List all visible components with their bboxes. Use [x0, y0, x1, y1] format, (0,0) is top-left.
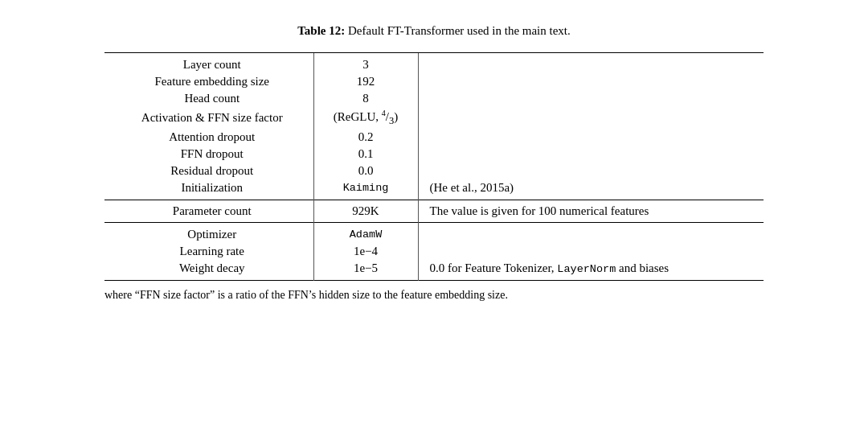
- row-note: [418, 129, 764, 146]
- table-row: Attention dropout 0.2: [104, 129, 764, 146]
- table-caption: Table 12: Default FT-Transformer used in…: [297, 24, 571, 38]
- row-note: [418, 163, 764, 179]
- row-label: Head count: [104, 90, 313, 107]
- row-value: 192: [313, 73, 418, 90]
- row-value: 0.2: [313, 129, 418, 146]
- row-value: 1e−4: [313, 243, 418, 260]
- row-note: [418, 53, 764, 73]
- row-note: [418, 73, 764, 90]
- row-label: Learning rate: [104, 243, 313, 260]
- row-note: 0.0 for Feature Tokenizer, LayerNorm and…: [418, 260, 764, 281]
- table-row: Residual dropout 0.0: [104, 163, 764, 179]
- main-table: Layer count 3 Feature embedding size 192…: [104, 52, 764, 281]
- caption-prefix: Table 12:: [297, 24, 345, 37]
- row-note: The value is given for 100 numerical fea…: [418, 200, 764, 223]
- footnote-text: where “FFN size factor” is a ratio of th…: [104, 289, 508, 301]
- table-row: Initialization Kaiming (He et al., 2015a…: [104, 179, 764, 200]
- table-row: Activation & FFN size factor (ReGLU, 4/3…: [104, 107, 764, 129]
- row-label: Feature embedding size: [104, 73, 313, 90]
- caption-text: Default FT-Transformer used in the main …: [348, 24, 571, 37]
- table-row: Weight decay 1e−5 0.0 for Feature Tokeni…: [104, 260, 764, 281]
- row-note: (He et al., 2015a): [418, 179, 764, 200]
- row-label: Initialization: [104, 179, 313, 200]
- row-label: Parameter count: [104, 200, 313, 223]
- row-label: Optimizer: [104, 223, 313, 243]
- row-note: [418, 107, 764, 129]
- row-note: [418, 90, 764, 107]
- row-note: [418, 243, 764, 260]
- row-value: 0.1: [313, 146, 418, 163]
- table-row: Learning rate 1e−4: [104, 243, 764, 260]
- table-row: FFN dropout 0.1: [104, 146, 764, 163]
- row-value: 8: [313, 90, 418, 107]
- row-value: 0.0: [313, 163, 418, 179]
- row-label: Residual dropout: [104, 163, 313, 179]
- row-note: [418, 146, 764, 163]
- row-value: 929K: [313, 200, 418, 223]
- row-note: [418, 223, 764, 243]
- row-label: Activation & FFN size factor: [104, 107, 313, 129]
- row-label: Attention dropout: [104, 129, 313, 146]
- row-value: 3: [313, 53, 418, 73]
- table-bottom-border: [104, 281, 764, 282]
- row-label: FFN dropout: [104, 146, 313, 163]
- row-label: Weight decay: [104, 260, 313, 281]
- row-value: Kaiming: [313, 179, 418, 200]
- row-label: Layer count: [104, 53, 313, 73]
- table-row: Head count 8: [104, 90, 764, 107]
- table-container: Layer count 3 Feature embedding size 192…: [104, 52, 764, 281]
- table-row: Feature embedding size 192: [104, 73, 764, 90]
- row-value: 1e−5: [313, 260, 418, 281]
- row-value: (ReGLU, 4/3): [313, 107, 418, 129]
- row-value: AdamW: [313, 223, 418, 243]
- footnote: where “FFN size factor” is a ratio of th…: [104, 289, 764, 302]
- table-row: Parameter count 929K The value is given …: [104, 200, 764, 223]
- table-row: Optimizer AdamW: [104, 223, 764, 243]
- table-row: Layer count 3: [104, 53, 764, 73]
